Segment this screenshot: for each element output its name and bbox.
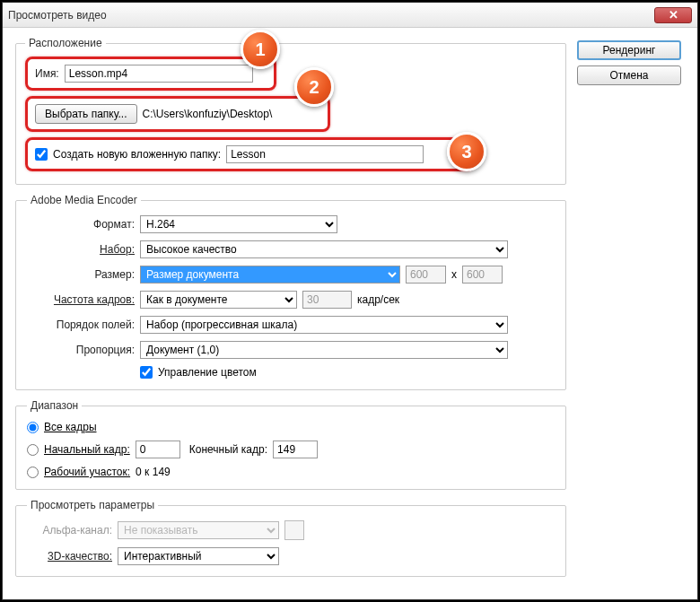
allframes-radio[interactable] [27,422,39,433]
width-input [406,266,446,284]
fieldorder-label: Порядок полей: [27,318,135,331]
highlight-1: Имя: [25,57,276,91]
highlight-2: Выбрать папку... C:\Users\konfuziy\Deskt… [25,96,330,132]
height-input [462,266,503,284]
name-label: Имя: [35,67,59,80]
alpha-color-button [284,520,304,540]
subfolder-label: Создать новую вложенную папку: [53,148,221,161]
preset-select[interactable]: Высокое качество [140,240,508,258]
colormgmt-label: Управление цветом [158,366,257,379]
location-legend: Расположение [25,37,106,49]
workarea-label: Рабочий участок: [44,466,130,478]
cancel-button[interactable]: Отмена [577,65,681,85]
subfolder-input[interactable] [226,145,424,163]
startframe-label: Начальный кадр: [44,443,130,456]
fps-mode-select[interactable]: Как в документе [140,291,297,309]
badge-1: 1 [241,30,280,69]
quality-label: 3D-качество: [27,550,112,563]
badge-3: 3 [447,132,486,171]
badge-2: 2 [294,67,334,107]
encoder-legend: Adobe Media Encoder [27,194,141,206]
range-group: Диапазон Все кадры Начальный кадр: Конеч… [15,399,566,490]
name-input[interactable] [65,65,253,83]
endframe-input[interactable] [273,441,318,458]
workarea-value: 0 к 149 [136,466,171,478]
alpha-label: Альфа-канал: [27,524,112,537]
startframe-radio[interactable] [27,444,39,456]
colormgmt-checkbox[interactable] [140,366,153,379]
preview-legend: Просмотреть параметры [27,499,158,511]
encoder-group: Adobe Media Encoder Формат: H.264 Набор:… [15,194,566,390]
aspect-label: Пропорция: [27,344,135,356]
preview-group: Просмотреть параметры Альфа-канал: Не по… [15,499,566,577]
startframe-input[interactable] [136,441,180,458]
endframe-label: Конечный кадр: [189,443,267,456]
close-button[interactable]: ✕ [654,7,692,23]
size-select[interactable]: Размер документа [140,266,400,284]
choose-folder-button[interactable]: Выбрать папку... [35,104,137,124]
fps-unit: кадр/сек [357,293,399,306]
range-legend: Диапазон [27,399,82,412]
window-title: Просмотреть видео [8,9,654,22]
size-label: Размер: [27,268,135,281]
subfolder-checkbox[interactable] [35,148,48,161]
workarea-radio[interactable] [27,467,39,478]
highlight-3: Создать новую вложенную папку: [25,137,474,171]
render-button[interactable]: Рендеринг [577,40,681,60]
quality-select[interactable]: Интерактивный [118,547,279,565]
path-text: C:\Users\konfuziy\Desktop\ [143,108,273,120]
location-group: Расположение 1 2 3 Имя: Выбрать папку...… [15,37,566,185]
format-select[interactable]: H.264 [140,215,337,233]
x-label: x [451,268,457,281]
aspect-select[interactable]: Документ (1,0) [140,341,508,359]
fieldorder-select[interactable]: Набор (прогрессивная шкала) [140,316,508,334]
alpha-select: Не показывать [118,521,279,539]
fps-input [302,291,352,309]
preset-label: Набор: [27,243,135,256]
allframes-label: Все кадры [44,421,97,433]
fps-label: Частота кадров: [27,293,135,306]
format-label: Формат: [27,218,135,231]
